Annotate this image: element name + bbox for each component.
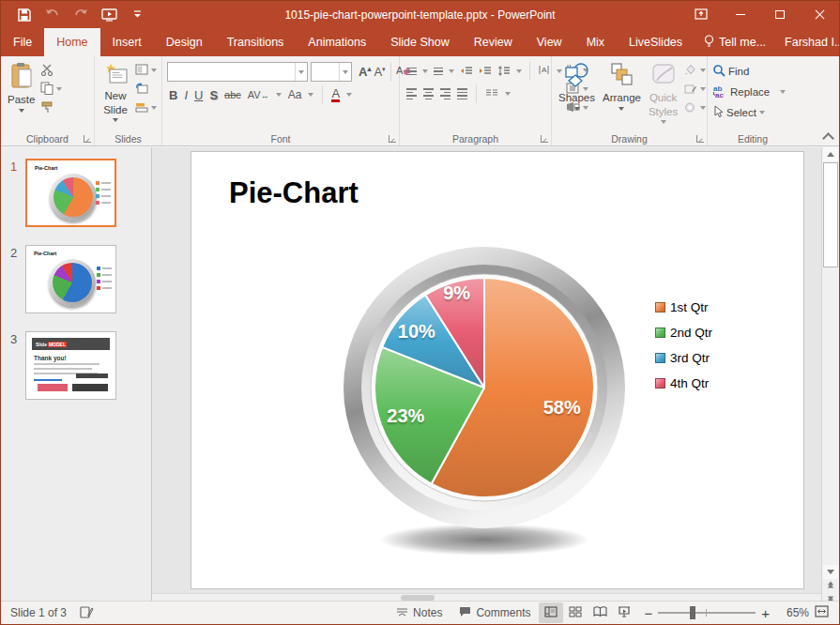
zoom-out-button[interactable]: − <box>644 606 652 620</box>
change-case-button[interactable]: Aa <box>288 88 302 101</box>
tell-me-box[interactable]: Tell me... <box>695 28 775 56</box>
align-right-button[interactable] <box>440 88 451 99</box>
underline-button[interactable]: U <box>194 88 203 102</box>
slide-1-thumbnail[interactable]: Pie-Chart <box>25 159 116 227</box>
arrange-button[interactable]: Arrange <box>599 60 645 113</box>
find-button[interactable]: Find <box>712 64 786 79</box>
normal-view-icon <box>544 606 557 620</box>
zoom-in-button[interactable]: + <box>761 606 770 620</box>
decrease-font-size-button[interactable]: A▾ <box>374 65 385 79</box>
slideshow-view-button[interactable] <box>612 602 636 623</box>
layout-button[interactable] <box>135 63 157 78</box>
font-color-button[interactable]: A <box>331 87 340 102</box>
line-spacing-button[interactable] <box>497 66 511 78</box>
align-center-button[interactable] <box>423 88 434 99</box>
minimize-button[interactable] <box>721 1 760 28</box>
tab-view[interactable]: View <box>525 28 574 56</box>
ribbon-display-options-button[interactable] <box>681 1 721 28</box>
slide-title[interactable]: Pie-Chart <box>229 176 359 210</box>
tab-file[interactable]: File <box>1 28 44 56</box>
tab-mix[interactable]: Mix <box>574 28 617 56</box>
copy-button[interactable] <box>40 82 62 97</box>
quick-styles-button[interactable]: Quick Styles <box>645 60 681 126</box>
proofing-icon[interactable] <box>80 605 94 621</box>
tab-transitions[interactable]: Transitions <box>215 28 297 56</box>
vertical-scroll-thumb[interactable] <box>823 162 838 267</box>
increase-font-size-button[interactable]: A▴ <box>359 65 371 79</box>
comments-toggle-button[interactable]: Comments <box>451 602 539 625</box>
font-dialog-launcher[interactable] <box>389 135 396 143</box>
slide-3-thumbnail[interactable]: Slide MODEL Thank you! <box>25 331 116 400</box>
tab-design[interactable]: Design <box>154 28 215 56</box>
slide-sorter-view-button[interactable] <box>563 602 588 623</box>
justify-button[interactable] <box>457 88 467 99</box>
horizontal-scrollbar[interactable] <box>152 593 821 601</box>
select-button[interactable]: Select <box>712 105 786 120</box>
text-shadow-button[interactable]: S <box>209 88 218 102</box>
tab-slide-show[interactable]: Slide Show <box>378 28 462 56</box>
strikethrough-button[interactable]: abc <box>224 89 241 100</box>
normal-view-button[interactable] <box>539 602 563 623</box>
clipboard-dialog-launcher[interactable] <box>84 135 91 143</box>
shape-fill-button[interactable] <box>683 63 706 78</box>
undo-button[interactable] <box>38 1 67 28</box>
shape-outline-button[interactable] <box>683 82 706 97</box>
scroll-down-button[interactable] <box>823 565 838 579</box>
increase-indent-button[interactable] <box>479 66 492 78</box>
tab-home[interactable]: Home <box>44 28 99 56</box>
previous-slide-button[interactable] <box>822 581 839 588</box>
font-name-combo[interactable] <box>167 62 308 82</box>
zoom-level[interactable]: 65% <box>777 606 809 619</box>
decrease-indent-button[interactable] <box>460 66 473 78</box>
editing-group: Find abac Replace Select Editing <box>708 56 798 145</box>
legend-item-3[interactable]: 3rd Qtr <box>655 345 712 371</box>
shape-effects-button[interactable] <box>683 100 706 115</box>
tab-liveslides[interactable]: LiveSlides <box>617 28 695 56</box>
text-direction-button[interactable]: A <box>538 65 551 78</box>
new-slide-button[interactable]: New Slide <box>98 60 133 124</box>
bold-button[interactable]: B <box>169 88 177 102</box>
tab-insert[interactable]: Insert <box>100 28 154 56</box>
maximize-button[interactable] <box>760 1 800 28</box>
notes-toggle-button[interactable]: Notes <box>388 602 451 625</box>
tab-review[interactable]: Review <box>462 28 525 56</box>
pie-chart[interactable]: 58%23%10%9% <box>325 237 644 566</box>
scroll-up-button[interactable] <box>823 147 838 161</box>
vertical-scrollbar[interactable] <box>821 147 839 601</box>
fit-slide-to-window-button[interactable] <box>809 602 833 623</box>
align-left-button[interactable] <box>406 88 417 99</box>
close-button[interactable] <box>800 1 839 28</box>
character-spacing-button[interactable]: AV↔ <box>248 89 269 100</box>
redo-button[interactable] <box>67 1 95 28</box>
paragraph-dialog-launcher[interactable] <box>541 135 548 143</box>
chart-legend[interactable]: 1st Qtr2nd Qtr3rd Qtr4th Qtr <box>655 295 712 396</box>
shapes-button[interactable]: Shapes <box>555 60 599 113</box>
columns-button[interactable] <box>485 88 498 100</box>
customize-qat-button[interactable] <box>123 1 151 28</box>
legend-item-1[interactable]: 1st Qtr <box>655 295 712 320</box>
notes-label: Notes <box>413 606 442 619</box>
reading-view-button[interactable] <box>588 602 612 623</box>
legend-item-2[interactable]: 2nd Qtr <box>655 320 712 345</box>
reset-button[interactable] <box>135 82 157 97</box>
section-button[interactable] <box>135 100 157 115</box>
start-from-beginning-button[interactable] <box>95 1 123 28</box>
italic-button[interactable]: I <box>184 88 188 102</box>
slide-canvas[interactable]: Pie-Chart 58%23%10%9% 1st Qtr2nd Qtr3rd … <box>191 151 804 589</box>
numbering-button[interactable] <box>434 68 443 76</box>
slide-2-thumbnail[interactable]: Pie-Chart <box>25 245 116 313</box>
zoom-slider-thumb[interactable] <box>690 606 695 619</box>
cut-button[interactable] <box>40 63 62 78</box>
legend-item-4[interactable]: 4th Qtr <box>655 371 712 396</box>
font-size-combo[interactable] <box>311 62 352 82</box>
save-button[interactable] <box>10 1 38 28</box>
tab-animations[interactable]: Animations <box>296 28 378 56</box>
drawing-dialog-launcher[interactable] <box>696 135 704 143</box>
bullets-button[interactable] <box>406 68 417 76</box>
account-name[interactable]: Farshad I... <box>775 28 840 56</box>
zoom-slider[interactable] <box>658 612 756 614</box>
collapse-ribbon-icon[interactable] <box>823 131 832 140</box>
paste-button[interactable]: Paste <box>4 60 38 114</box>
format-painter-button[interactable] <box>40 100 62 115</box>
replace-button[interactable]: abac Replace <box>712 84 786 99</box>
